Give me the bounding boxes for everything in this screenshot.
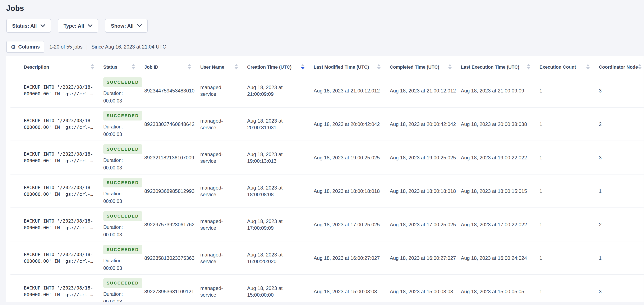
- table-row: BACKUP INTO '/2023/08/18- 000000.00' IN …: [6, 241, 644, 275]
- status-badge: SUCCEEDED: [103, 244, 142, 254]
- jobs-count: 1-20 of 55 jobs: [49, 44, 82, 50]
- cell-creation-time: Aug 18, 2023 at 16:00:20:020: [247, 251, 314, 265]
- column-header-job-id[interactable]: Job ID: [144, 64, 200, 71]
- cell-coordinator-node: 3: [599, 154, 644, 161]
- column-header-status[interactable]: Status: [103, 64, 144, 71]
- cell-last-execution-time: Aug 18, 2023 at 20:00:38:038: [461, 121, 540, 128]
- table-row: BACKUP INTO '/2023/08/18- 000000.00' IN …: [6, 275, 644, 302]
- sort-icon: [448, 64, 452, 70]
- cell-completed-time: Aug 18, 2023 at 18:00:18:018: [390, 188, 461, 195]
- columns-button-label: Columns: [18, 44, 40, 50]
- duration-value: 00:00:03: [103, 130, 138, 138]
- duration-value: 00:00:03: [103, 298, 138, 302]
- cell-user-name: managed- service: [200, 184, 247, 198]
- cell-last-execution-time: Aug 18, 2023 at 15:00:05:05: [461, 288, 540, 295]
- cell-execution-count: 1: [540, 288, 599, 295]
- sort-icon: [377, 64, 380, 70]
- cell-status: SUCCEEDED Duration: 00:00:03: [103, 178, 144, 205]
- cell-status: SUCCEEDED Duration: 00:00:03: [103, 144, 144, 171]
- cell-job-id: 892321182136107009: [144, 154, 200, 161]
- cell-user-name: managed- service: [200, 251, 247, 265]
- status-badge: SUCCEEDED: [103, 111, 142, 120]
- cell-job-id: 892285813023375363: [144, 255, 200, 261]
- cell-last-modified-time: Aug 18, 2023 at 15:00:08:08: [314, 288, 390, 295]
- chevron-down-icon: [88, 24, 93, 27]
- cell-coordinator-node: 3: [599, 87, 644, 94]
- cell-execution-count: 1: [540, 255, 599, 261]
- type-filter-dropdown[interactable]: Type: All: [58, 19, 98, 33]
- status-badge: SUCCEEDED: [103, 144, 142, 154]
- cell-last-execution-time: Aug 18, 2023 at 21:00:09:09: [461, 87, 540, 94]
- column-header-last-modified[interactable]: Last Modified Time (UTC): [314, 64, 390, 71]
- columns-button[interactable]: ⚙ Columns: [6, 41, 44, 53]
- page-title: Jobs: [0, 0, 644, 13]
- column-header-description[interactable]: Description: [24, 64, 103, 71]
- duration-value: 00:00:03: [103, 164, 138, 171]
- cell-creation-time: Aug 18, 2023 at 21:00:09:09: [247, 84, 314, 98]
- sort-icon: [301, 64, 304, 70]
- cell-last-modified-time: Aug 18, 2023 at 19:00:25:025: [314, 154, 390, 161]
- status-badge: SUCCEEDED: [103, 178, 142, 187]
- chevron-down-icon: [137, 24, 142, 27]
- cell-last-modified-time: Aug 18, 2023 at 17:00:25:025: [314, 221, 390, 228]
- cell-execution-count: 1: [540, 87, 599, 94]
- show-filter-dropdown[interactable]: Show: All: [105, 19, 148, 33]
- column-header-last-execution[interactable]: Last Execution Time (UTC): [461, 64, 540, 71]
- table-row: BACKUP INTO '/2023/08/18- 000000.00' IN …: [6, 208, 644, 241]
- status-badge: SUCCEEDED: [103, 77, 142, 87]
- column-header-completed-time[interactable]: Completed Time (UTC): [390, 64, 461, 71]
- table-toolbar: ⚙ Columns 1-20 of 55 jobs | Since Aug 16…: [6, 41, 638, 53]
- cell-completed-time: Aug 18, 2023 at 16:00:27:027: [390, 255, 461, 261]
- cell-coordinator-node: 2: [599, 121, 644, 128]
- sort-icon: [638, 64, 641, 70]
- cell-creation-time: Aug 18, 2023 at 18:00:08:08: [247, 184, 314, 198]
- cell-status: SUCCEEDED Duration: 00:00:03: [103, 278, 144, 302]
- cell-coordinator-node: 3: [599, 288, 644, 295]
- status-badge: SUCCEEDED: [103, 278, 142, 288]
- cell-last-modified-time: Aug 18, 2023 at 21:00:12:012: [314, 87, 390, 94]
- cell-job-id: 892333037460848642: [144, 121, 200, 128]
- status-filter-dropdown[interactable]: Status: All: [6, 19, 51, 33]
- cell-description: BACKUP INTO '/2023/08/18- 000000.00' IN …: [24, 118, 103, 131]
- duration-value: 00:00:03: [103, 264, 138, 272]
- cell-last-execution-time: Aug 18, 2023 at 16:00:24:024: [461, 255, 540, 261]
- gear-icon: ⚙: [11, 44, 16, 50]
- cell-description: BACKUP INTO '/2023/08/18- 000000.00' IN …: [24, 251, 103, 265]
- duration-label: Duration:: [103, 123, 138, 130]
- duration-value: 00:00:03: [103, 97, 138, 104]
- cell-status: SUCCEEDED Duration: 00:00:03: [103, 111, 144, 138]
- cell-status: SUCCEEDED Duration: 00:00:03: [103, 77, 144, 104]
- cell-status: SUCCEEDED Duration: 00:00:03: [103, 244, 144, 272]
- cell-job-id: 892309368985812993: [144, 188, 200, 195]
- show-filter-label: Show: All: [111, 23, 134, 29]
- jobs-table: Description Status Job ID User Name Crea…: [6, 56, 644, 302]
- sort-icon: [586, 64, 590, 70]
- cell-completed-time: Aug 18, 2023 at 19:00:25:025: [390, 154, 461, 161]
- cell-coordinator-node: 1: [599, 255, 644, 261]
- cell-last-modified-time: Aug 18, 2023 at 16:00:27:027: [314, 255, 390, 261]
- cell-description: BACKUP INTO '/2023/08/18- 000000.00' IN …: [24, 184, 103, 198]
- column-header-creation-time[interactable]: Creation Time (UTC): [247, 64, 314, 71]
- table-row: BACKUP INTO '/2023/08/18- 000000.00' IN …: [6, 174, 644, 208]
- sort-icon: [91, 64, 94, 70]
- duration-label: Duration:: [103, 223, 138, 231]
- cell-user-name: managed- service: [200, 218, 247, 231]
- cell-job-id: 892344759453483010: [144, 87, 200, 94]
- cell-coordinator-node: 1: [599, 188, 644, 195]
- cell-description: BACKUP INTO '/2023/08/18- 000000.00' IN …: [24, 218, 103, 231]
- cell-job-id: 892297573923061762: [144, 221, 200, 228]
- sort-icon: [132, 64, 135, 70]
- column-header-user-name[interactable]: User Name: [200, 64, 247, 71]
- table-row: BACKUP INTO '/2023/08/18- 000000.00' IN …: [6, 141, 644, 174]
- cell-description: BACKUP INTO '/2023/08/18- 000000.00' IN …: [24, 285, 103, 298]
- table-row: BACKUP INTO '/2023/08/18- 000000.00' IN …: [6, 74, 644, 108]
- cell-creation-time: Aug 18, 2023 at 17:00:09:09: [247, 218, 314, 231]
- jobs-page: Jobs Status: All Type: All Show: All ⚙ C…: [0, 0, 644, 305]
- cell-execution-count: 1: [540, 121, 599, 128]
- column-header-coordinator-node[interactable]: Coordinator Node: [599, 64, 644, 71]
- cell-coordinator-node: 2: [599, 221, 644, 228]
- cell-execution-count: 1: [540, 154, 599, 161]
- cell-creation-time: Aug 18, 2023 at 15:00:00:00: [247, 285, 314, 298]
- cell-job-id: 892273953631109121: [144, 288, 200, 295]
- column-header-execution-count[interactable]: Execution Count: [540, 64, 599, 71]
